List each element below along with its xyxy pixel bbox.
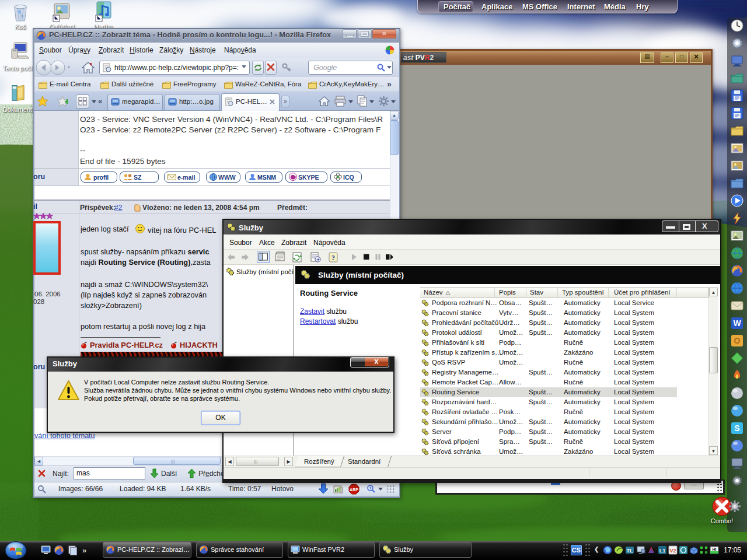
svg-text:HI: HI bbox=[713, 547, 717, 551]
svg-text:TL: TL bbox=[627, 548, 633, 554]
svg-text:O: O bbox=[734, 336, 741, 345]
svg-text:?: ? bbox=[331, 254, 335, 262]
svg-text:L1: L1 bbox=[659, 548, 666, 554]
svg-text:ABP: ABP bbox=[350, 488, 358, 492]
svg-text:W: W bbox=[733, 318, 741, 328]
svg-text:S: S bbox=[734, 424, 739, 433]
svg-text:V2: V2 bbox=[669, 548, 676, 554]
